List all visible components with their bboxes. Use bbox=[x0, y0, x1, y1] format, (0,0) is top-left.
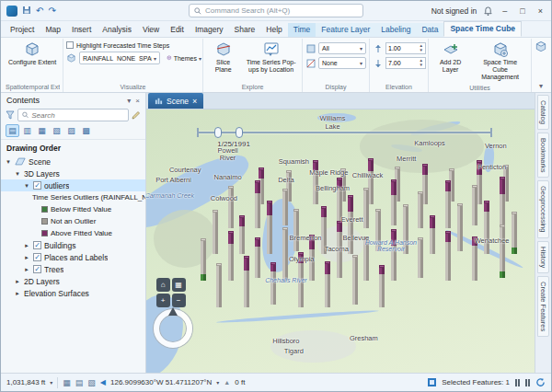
stc-bar[interactable] bbox=[500, 177, 505, 228]
configure-extent-button[interactable]: Configure Extent bbox=[6, 40, 59, 68]
time-slider-handle-start[interactable] bbox=[214, 127, 222, 138]
stc-bar[interactable] bbox=[201, 238, 206, 281]
stc-bar[interactable] bbox=[391, 179, 397, 225]
stc-bar[interactable] bbox=[244, 256, 249, 307]
spinner-arrows-icon[interactable]: ▲▼ bbox=[420, 59, 423, 67]
pane-menu-icon[interactable]: ▾ bbox=[127, 97, 131, 105]
scale-value[interactable]: 1,031,843 ft bbox=[6, 378, 45, 386]
command-search[interactable]: Command Search (Alt+Q) bbox=[189, 4, 363, 17]
stc-bar[interactable] bbox=[445, 180, 451, 228]
stc-bar[interactable] bbox=[379, 265, 385, 307]
chevron-down-icon[interactable]: ▾ bbox=[216, 379, 219, 386]
zoom-out-button[interactable]: − bbox=[172, 294, 186, 307]
zoom-in-button[interactable]: + bbox=[156, 294, 170, 307]
stc-bar[interactable] bbox=[293, 209, 299, 251]
expander-icon[interactable]: ▾ bbox=[5, 158, 12, 166]
tree-item-outliers[interactable]: ▾ ✓ outliers bbox=[1, 179, 145, 191]
chevron-down-icon[interactable]: ▾ bbox=[50, 379, 52, 386]
layers-nav-button[interactable]: ▦ bbox=[172, 278, 186, 292]
tab-insert[interactable]: Insert bbox=[66, 23, 97, 37]
outliers-checkbox[interactable]: ✓ bbox=[33, 181, 41, 190]
stc-bar[interactable] bbox=[512, 212, 517, 254]
themes-button[interactable]: Themes ▾ bbox=[163, 52, 205, 64]
snap-tool-icon[interactable]: ▧ bbox=[87, 378, 96, 387]
tab-project[interactable]: Project bbox=[5, 23, 40, 37]
buildings-checkbox[interactable]: ✓ bbox=[33, 241, 41, 249]
stc-bar[interactable] bbox=[348, 195, 353, 254]
close-button[interactable]: × bbox=[535, 6, 546, 16]
tree-item-elevation-surfaces[interactable]: ▸ Elevation Surfaces bbox=[1, 287, 145, 299]
filter-icon[interactable] bbox=[6, 110, 15, 120]
expander-icon[interactable]: ▸ bbox=[23, 242, 30, 249]
stc-bar[interactable] bbox=[418, 191, 423, 228]
stc-bar[interactable] bbox=[375, 209, 381, 251]
stc-bar[interactable] bbox=[270, 262, 276, 305]
tree-item-trees[interactable]: ▸ ✓ Trees bbox=[1, 263, 145, 275]
pause-drawing-button[interactable] bbox=[515, 379, 520, 386]
highlight-forecast-checkbox[interactable]: Highlight Forecasted Time Steps bbox=[66, 41, 200, 49]
display-dropdown-2[interactable]: None ▾ bbox=[318, 57, 366, 69]
places-labels-checkbox[interactable]: ✓ bbox=[33, 253, 41, 261]
tree-item-3d-layers[interactable]: ▾ 3D Layers bbox=[1, 167, 145, 179]
tree-item-places-labels[interactable]: ▸ ✓ Places and Labels bbox=[1, 251, 145, 263]
close-view-icon[interactable]: × bbox=[192, 97, 197, 106]
compass-navigator[interactable] bbox=[154, 309, 192, 348]
stc-bar[interactable] bbox=[472, 185, 477, 225]
stc-bar[interactable] bbox=[239, 215, 245, 254]
tab-help[interactable]: Help bbox=[260, 23, 287, 37]
customize-icon[interactable] bbox=[132, 110, 141, 120]
pause-labeling-button[interactable] bbox=[525, 379, 530, 386]
variable-dropdown[interactable]: RAINFALL_NONE_SPAC ▾ bbox=[79, 52, 160, 64]
tab-feature-layer[interactable]: Feature Layer bbox=[316, 23, 375, 37]
tab-edit[interactable]: Edit bbox=[165, 23, 190, 37]
stc-bar[interactable] bbox=[321, 206, 327, 254]
list-by-source-button[interactable]: ▥ bbox=[20, 124, 34, 137]
tab-bookmarks[interactable]: Bookmarks bbox=[537, 133, 549, 179]
expander-icon[interactable]: ▸ bbox=[23, 266, 30, 273]
tab-history[interactable]: History bbox=[537, 241, 549, 273]
map-view[interactable]: 1/25/1991 ⌂ ▦ + − Williams LakeKamloopsV… bbox=[146, 110, 535, 373]
scene-view-tab[interactable]: Scene × bbox=[148, 93, 203, 109]
time-series-popups-button[interactable]: Time Series Pop-ups by Location bbox=[243, 40, 299, 75]
stc-bar[interactable] bbox=[282, 189, 288, 225]
undo-icon[interactable]: ↶ bbox=[36, 6, 43, 16]
cube-tool-icon[interactable] bbox=[535, 40, 547, 57]
stc-bar[interactable] bbox=[500, 225, 505, 278]
add-2d-layer-button[interactable]: Add 2D Layer bbox=[431, 40, 469, 75]
stc-bar[interactable] bbox=[484, 201, 489, 254]
stc-bar[interactable] bbox=[363, 188, 369, 228]
contents-search-box[interactable] bbox=[17, 109, 129, 121]
stc-management-button[interactable]: Space Time Cube Management bbox=[472, 40, 528, 83]
tab-data[interactable]: Data bbox=[416, 23, 443, 37]
save-icon[interactable] bbox=[22, 6, 31, 17]
stc-bar[interactable] bbox=[228, 231, 234, 281]
expander-icon[interactable]: ▸ bbox=[23, 254, 30, 261]
tab-view[interactable]: View bbox=[137, 23, 165, 37]
home-button[interactable]: ⌂ bbox=[156, 278, 170, 292]
stc-bar[interactable] bbox=[363, 236, 369, 281]
stc-bar[interactable] bbox=[216, 263, 222, 307]
stc-bar[interactable] bbox=[213, 210, 218, 254]
tab-time[interactable]: Time bbox=[288, 23, 316, 37]
stc-bar[interactable] bbox=[298, 252, 304, 307]
expander-icon[interactable]: ▾ bbox=[23, 182, 30, 190]
select-tool-icon[interactable]: ▤ bbox=[75, 378, 84, 387]
stc-bar[interactable] bbox=[418, 237, 423, 278]
stc-bar[interactable] bbox=[309, 235, 315, 281]
list-by-selection-button[interactable]: ▦ bbox=[35, 124, 49, 137]
previous-extent-icon[interactable]: ◀ bbox=[100, 378, 106, 386]
tab-create-features[interactable]: Create Features bbox=[537, 276, 549, 337]
stc-bar[interactable] bbox=[228, 186, 234, 228]
tab-map[interactable]: Map bbox=[40, 23, 66, 37]
expander-icon[interactable]: ▾ bbox=[14, 170, 21, 178]
refresh-icon[interactable] bbox=[535, 377, 546, 387]
stc-bar[interactable] bbox=[445, 231, 451, 281]
expander-icon[interactable]: ▸ bbox=[14, 278, 21, 285]
expander-icon[interactable]: ▸ bbox=[14, 290, 21, 297]
notifications-icon[interactable] bbox=[484, 6, 492, 16]
tab-space-time-cube[interactable]: Space Time Cube bbox=[443, 21, 522, 37]
pane-close-icon[interactable]: × bbox=[135, 97, 140, 105]
tab-imagery[interactable]: Imagery bbox=[190, 23, 229, 37]
stc-bar[interactable] bbox=[255, 180, 260, 228]
tree-item-scene[interactable]: ▾ Scene bbox=[1, 156, 145, 167]
